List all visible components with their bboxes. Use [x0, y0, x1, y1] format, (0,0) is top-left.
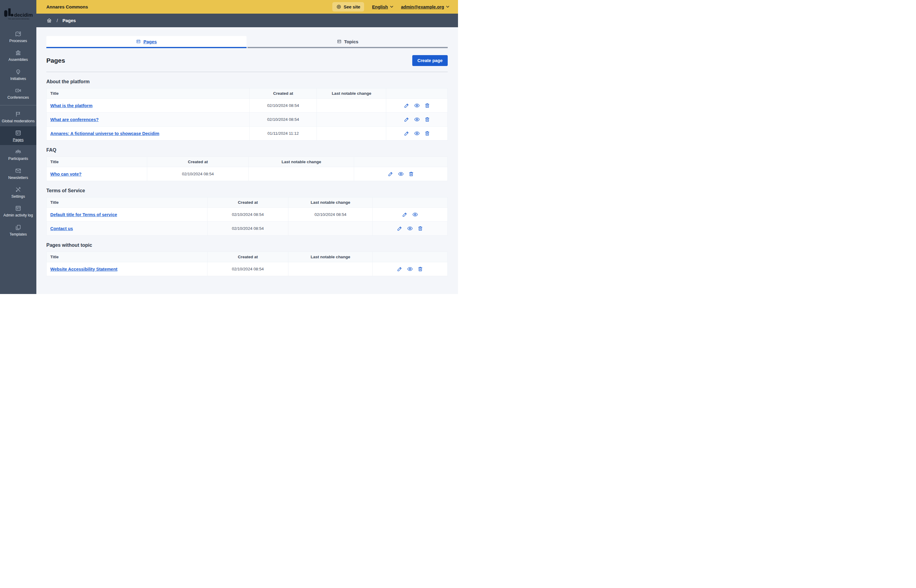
table-row: Default title for Terms of service02/10/… — [47, 208, 448, 221]
edit-page-button[interactable] — [404, 116, 409, 122]
last-change-cell — [317, 126, 386, 141]
trash-icon — [424, 103, 430, 108]
pencil-icon — [404, 131, 409, 136]
preview-page-button[interactable] — [412, 212, 418, 217]
team-icon — [15, 149, 21, 155]
preview-page-button[interactable] — [407, 226, 413, 231]
pages-table: TitleCreated atLast notable changeWhat i… — [46, 88, 448, 141]
row-actions — [376, 212, 444, 217]
sidebar-item-processes[interactable]: Processes — [0, 27, 36, 46]
language-menu[interactable]: English — [372, 5, 393, 10]
sidebar-item-pages[interactable]: Pages — [0, 126, 36, 145]
sidebar-item-settings[interactable]: Settings — [0, 183, 36, 202]
edit-page-button[interactable] — [397, 266, 403, 272]
eye-icon — [407, 226, 413, 231]
logo-tagline: free open-source democracy — [8, 18, 29, 20]
page-title-link[interactable]: What are conferences? — [50, 117, 99, 122]
last-change-cell: 02/10/2024 08:54 — [288, 208, 372, 221]
sidebar-item-label: Admin activity log — [3, 213, 33, 217]
created-at-cell: 02/10/2024 08:54 — [249, 99, 317, 113]
sidebar-item-templates[interactable]: Templates — [0, 221, 36, 239]
edit-page-button[interactable] — [404, 131, 409, 136]
pages-table: TitleCreated atLast notable changeWebsit… — [46, 252, 448, 276]
page-title-link[interactable]: Contact us — [50, 226, 73, 231]
sidebar-item-newsletters[interactable]: Newsletters — [0, 164, 36, 183]
sidebar-item-admin-activity-log[interactable]: Admin activity log — [0, 202, 36, 220]
tab-topics[interactable]: Topics — [248, 36, 448, 48]
last-change-cell — [317, 113, 386, 126]
preview-page-button[interactable] — [414, 116, 420, 122]
sidebar-divider — [0, 105, 36, 105]
page-title-link[interactable]: Annares: A fictionnal universe to showca… — [50, 131, 159, 136]
table-row: Contact us02/10/2024 08:54 — [47, 221, 448, 236]
delete-page-button[interactable] — [418, 266, 423, 272]
trash-icon — [424, 116, 430, 122]
edit-page-button[interactable] — [404, 103, 409, 108]
column-header: Created at — [249, 89, 317, 99]
decidim-logo[interactable]: decidim free open-source democracy — [0, 0, 36, 27]
column-header: Last notable change — [317, 89, 386, 99]
sidebar-item-assemblies[interactable]: Assemblies — [0, 46, 36, 65]
trash-icon — [418, 226, 423, 231]
logo-wordmark: decidim — [14, 12, 33, 18]
account-menu[interactable]: admin@example.org — [401, 5, 449, 10]
preview-page-button[interactable] — [414, 103, 420, 108]
article-icon — [136, 39, 141, 44]
preview-page-button[interactable] — [414, 131, 420, 136]
column-header: Title — [47, 197, 207, 208]
page-title-link[interactable]: What is the platform — [50, 103, 92, 108]
column-header — [372, 252, 448, 262]
breadcrumb-current[interactable]: Pages — [62, 18, 76, 23]
pencil-icon — [388, 171, 393, 177]
sidebar-item-conferences[interactable]: Conferences — [0, 84, 36, 103]
page-title-link[interactable]: Who can vote? — [50, 172, 81, 176]
edit-page-button[interactable] — [388, 171, 393, 177]
column-header: Created at — [147, 157, 249, 167]
sidebar-item-label: Participants — [8, 157, 28, 161]
article-icon — [337, 39, 341, 44]
sidebar-item-label: Conferences — [8, 95, 29, 100]
sidebar-item-label: Templates — [10, 232, 27, 236]
delete-page-button[interactable] — [418, 226, 423, 231]
page-title-link[interactable]: Website Accessibility Statement — [50, 267, 118, 271]
section-title: Terms of Service — [46, 188, 448, 194]
app-window: decidim free open-source democracy Proce… — [0, 0, 458, 294]
row-actions — [390, 103, 444, 108]
delete-page-button[interactable] — [424, 116, 430, 122]
create-page-button[interactable]: Create page — [412, 55, 448, 66]
preview-page-button[interactable] — [398, 171, 404, 177]
home-icon[interactable] — [46, 18, 52, 23]
main-content: Pages Topics Pages Create page About the… — [36, 27, 458, 294]
sidebar-item-label: Global moderations — [2, 119, 34, 123]
pages-table: TitleCreated atLast notable changeWho ca… — [46, 157, 448, 181]
tab-topics-label: Topics — [344, 39, 358, 44]
section-title: Pages without topic — [46, 242, 448, 248]
chevron-down-icon — [390, 6, 393, 8]
delete-page-button[interactable] — [424, 131, 430, 136]
account-label: admin@example.org — [401, 5, 444, 10]
sidebar-item-participants[interactable]: Participants — [0, 145, 36, 164]
row-actions — [390, 116, 444, 122]
preview-page-button[interactable] — [407, 266, 413, 272]
sidebar-nav: ProcessesAssembliesInitiativesConference… — [0, 27, 36, 294]
sidebar-item-global-moderations[interactable]: Global moderations — [0, 108, 36, 126]
sidebar-item-initiatives[interactable]: Initiatives — [0, 65, 36, 84]
column-header: Last notable change — [288, 197, 372, 208]
created-at-cell: 02/10/2024 08:54 — [147, 167, 249, 181]
edit-page-button[interactable] — [397, 226, 403, 231]
sidebar-item-label: Initiatives — [10, 77, 26, 81]
page-title-link[interactable]: Default title for Terms of service — [50, 212, 117, 217]
column-header — [354, 157, 448, 167]
government-icon — [15, 49, 21, 56]
delete-page-button[interactable] — [424, 103, 430, 108]
page-title: Pages — [46, 57, 65, 64]
video-icon — [15, 87, 21, 94]
delete-page-button[interactable] — [408, 171, 414, 177]
tab-pages[interactable]: Pages — [46, 36, 246, 48]
see-site-label: See site — [344, 5, 361, 10]
table-row: Annares: A fictionnal universe to showca… — [47, 126, 448, 141]
edit-page-button[interactable] — [402, 212, 408, 217]
see-site-button[interactable]: See site — [332, 2, 364, 11]
pencil-icon — [402, 212, 408, 217]
row-actions — [376, 266, 444, 272]
